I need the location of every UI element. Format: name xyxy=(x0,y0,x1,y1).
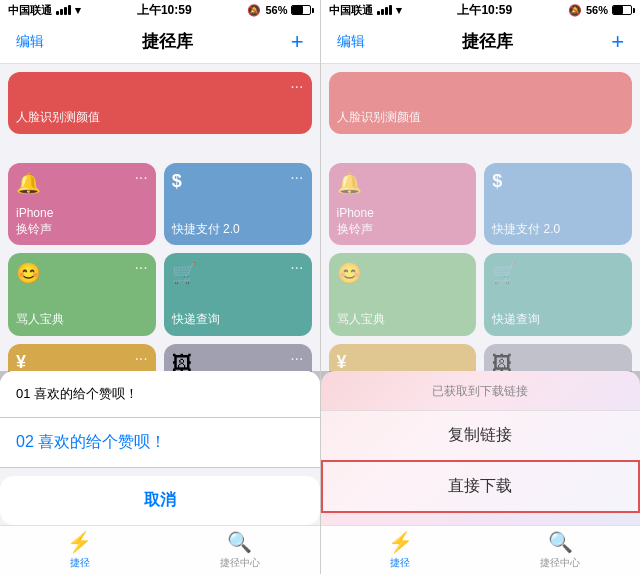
right-phone-panel: 中国联通 ▾ 上午10:59 🔕 56% 编辑 捷径库 + 人脸识别测颜值 xyxy=(321,0,641,574)
right-shortcuts-tab-icon: ⚡ xyxy=(388,530,413,554)
bell-icon: 🔔 xyxy=(16,171,41,195)
right-tab-shortcuts-label: 捷径 xyxy=(390,556,410,570)
face-label: 人脸识别测颜值 xyxy=(16,110,304,126)
left-status-right: 🔕 56% xyxy=(247,4,311,17)
face-label-r: 人脸识别测颜值 xyxy=(337,110,625,126)
action-item-2[interactable]: 02 喜欢的给个赞呗！ xyxy=(0,418,320,468)
left-battery-pct: 56% xyxy=(265,4,287,16)
shortcut-pay[interactable]: $ ··· 快捷支付 2.0 xyxy=(164,163,312,246)
more-icon-iphone[interactable]: ··· xyxy=(134,169,147,187)
left-nav-title: 捷径库 xyxy=(142,30,193,53)
right-signal xyxy=(377,5,392,15)
tab-shortcuts-center[interactable]: 🔍 捷径中心 xyxy=(160,530,320,570)
left-add-button[interactable]: + xyxy=(291,31,304,53)
right-tab-shortcuts-center-label: 捷径中心 xyxy=(540,556,580,570)
download-title: 已获取到下载链接 xyxy=(321,383,641,410)
right-shortcuts-center-icon: 🔍 xyxy=(548,530,573,554)
left-tab-bar: ⚡ 捷径 🔍 捷径中心 xyxy=(0,525,320,574)
tab-shortcuts-center-label: 捷径中心 xyxy=(220,556,260,570)
cart-icon: 🛒 xyxy=(172,261,197,285)
right-download-sheet: 已获取到下载链接 复制链接 直接下载 xyxy=(321,371,641,525)
right-time: 上午10:59 xyxy=(457,2,512,19)
left-mute-icon: 🔕 xyxy=(247,4,261,17)
action-item-1[interactable]: 01 喜欢的给个赞呗！ xyxy=(0,371,320,418)
direct-download-button[interactable]: 直接下载 xyxy=(321,460,641,513)
shortcut-express[interactable]: 🛒 ··· 快递查询 xyxy=(164,253,312,336)
left-wifi-icon: ▾ xyxy=(75,4,81,17)
more-icon-pay[interactable]: ··· xyxy=(290,169,303,187)
left-phone-panel: 中国联通 ▾ 上午10:59 🔕 56% 编辑 捷径库 + ··· 人 xyxy=(0,0,320,574)
yen-icon: ¥ xyxy=(16,352,26,373)
left-status-bar: 中国联通 ▾ 上午10:59 🔕 56% xyxy=(0,0,320,20)
shortcut-iphone[interactable]: 🔔 ··· iPhone换铃声 xyxy=(8,163,156,246)
left-time: 上午10:59 xyxy=(137,2,192,19)
left-action-sheet-overlay: 01 喜欢的给个赞呗！ 02 喜欢的给个赞呗！ 取消 xyxy=(0,371,320,525)
right-edit-button[interactable]: 编辑 xyxy=(337,33,365,51)
shortcut-iphone-r: 🔔 iPhone换铃声 xyxy=(329,163,477,246)
iphone-label: iPhone换铃声 xyxy=(16,206,148,237)
right-battery-icon xyxy=(612,5,632,15)
right-add-button[interactable]: + xyxy=(611,31,624,53)
more-icon-alipay[interactable]: ··· xyxy=(134,350,147,368)
tab-shortcuts-label: 捷径 xyxy=(70,556,90,570)
right-tab-bar: ⚡ 捷径 🔍 捷径中心 xyxy=(321,525,641,574)
right-download-overlay: 已获取到下载链接 复制链接 直接下载 xyxy=(321,371,641,525)
right-nav-bar: 编辑 捷径库 + xyxy=(321,20,641,64)
action-cancel-button[interactable]: 取消 xyxy=(0,476,320,525)
more-icon-crawl[interactable]: ··· xyxy=(290,350,303,368)
right-carrier: 中国联通 xyxy=(329,3,373,18)
left-battery-icon xyxy=(291,5,311,15)
pay-label: 快捷支付 2.0 xyxy=(172,222,304,238)
right-battery-pct: 56% xyxy=(586,4,608,16)
shortcut-swear-r: 😊 骂人宝典 xyxy=(329,253,477,336)
express-label: 快递查询 xyxy=(172,312,304,328)
shortcuts-tab-icon: ⚡ xyxy=(67,530,92,554)
tab-shortcuts[interactable]: ⚡ 捷径 xyxy=(0,530,160,570)
more-icon-swear[interactable]: ··· xyxy=(134,259,147,277)
more-icon-express[interactable]: ··· xyxy=(290,259,303,277)
right-mute-icon: 🔕 xyxy=(568,4,582,17)
shortcut-pay-r: $ 快捷支付 2.0 xyxy=(484,163,632,246)
left-carrier: 中国联通 xyxy=(8,3,52,18)
shortcuts-center-icon: 🔍 xyxy=(227,530,252,554)
right-tab-shortcuts-center[interactable]: 🔍 捷径中心 xyxy=(480,530,640,570)
right-tab-shortcuts[interactable]: ⚡ 捷径 xyxy=(321,530,481,570)
left-status-left: 中国联通 ▾ xyxy=(8,3,81,18)
copy-link-button[interactable]: 复制链接 xyxy=(321,410,641,460)
swear-label: 骂人宝典 xyxy=(16,312,148,328)
right-status-bar: 中国联通 ▾ 上午10:59 🔕 56% xyxy=(321,0,641,20)
left-nav-bar: 编辑 捷径库 + xyxy=(0,20,320,64)
shortcut-express-r: 🛒 快递查询 xyxy=(484,253,632,336)
shortcut-swear[interactable]: 😊 ··· 骂人宝典 xyxy=(8,253,156,336)
right-status-right: 🔕 56% xyxy=(568,4,632,17)
right-nav-title: 捷径库 xyxy=(462,30,513,53)
left-signal xyxy=(56,5,71,15)
left-action-sheet: 01 喜欢的给个赞呗！ 02 喜欢的给个赞呗！ 取消 xyxy=(0,371,320,525)
smile-icon: 😊 xyxy=(16,261,41,285)
dollar-icon: $ xyxy=(172,171,182,192)
right-wifi-icon: ▾ xyxy=(396,4,402,17)
right-status-left: 中国联通 ▾ xyxy=(329,3,402,18)
shortcut-face-r: 人脸识别测颜值 xyxy=(329,72,633,134)
left-edit-button[interactable]: 编辑 xyxy=(16,33,44,51)
shortcut-face[interactable]: ··· 人脸识别测颜值 xyxy=(8,72,312,134)
more-icon-face[interactable]: ··· xyxy=(290,78,303,96)
